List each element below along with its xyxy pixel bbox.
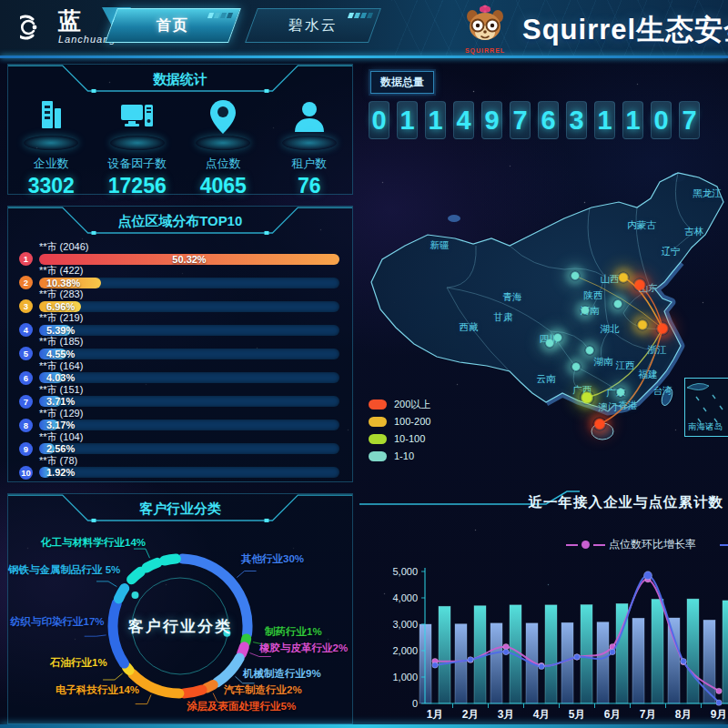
top10-bar-list: **市 (2046)150.32%**市 (422)210.38%**市 (28… [19,241,339,478]
bar-enterprise [561,622,573,703]
top10-panel-header: 点位区域分布TOP10 [8,207,352,238]
location-pin-icon [207,97,239,139]
bar-sites [652,599,663,703]
stat-value: 3302 [28,174,75,198]
month-label: 6月 [604,708,622,721]
top10-row: **市 (151)73.71% [19,384,339,407]
donut-segment [127,667,130,670]
footer-divider [0,724,728,728]
top10-bar-line: 210.38% [19,277,339,288]
bar-percent-label: 3.71% [46,396,75,407]
line-point [716,688,722,693]
top10-row: **市 (283)36.96% [19,288,339,311]
bar-percent-label: 6.96% [46,301,75,312]
tab-home-label: 首页 [157,16,189,35]
south-china-sea-inset: 南海诸岛 [684,378,728,437]
tab-bishuiyun[interactable]: 碧水云 [245,8,381,43]
bar-track: 4.03% [39,372,339,383]
donut-segment [184,690,202,693]
legend-label: 1-10 [394,450,414,461]
stat-label: 租户数 [291,156,327,172]
line-point [432,662,438,668]
industry-panel: 客户行业分类 其他行业30%制药行业1%橡胶与皮革行业2%机械制造行业9%汽车制… [7,493,353,724]
top10-row: **市 (164)64.03% [19,360,339,383]
donut-label: 其他行业30% [241,552,304,566]
line-point [574,654,580,660]
rank-badge: 7 [19,395,33,409]
map-marker-teal[interactable] [616,388,626,398]
province-label: 浙江 [648,344,667,357]
bar-enterprise [703,620,715,703]
map-marker-red[interactable] [593,418,607,431]
legend-swatch [369,451,387,461]
counter-digit: 0 [369,101,389,139]
province-label: 西藏 [460,321,479,334]
sea-inset-label: 南海诸岛 [688,421,723,433]
bar-percent-label: 10.38% [46,278,80,288]
province-label: 辽宁 [662,246,681,258]
counter-digit: 6 [538,101,559,139]
counter-digit: 4 [453,101,474,139]
province-label: 新疆 [430,239,450,252]
map-legend-item: 1-10 [369,450,430,461]
top10-row: **市 (129)83.17% [19,408,339,430]
tab-pixel-decoration [207,13,233,18]
map-marker-red[interactable] [633,278,647,292]
map-marker-teal[interactable] [585,346,595,356]
stat-device-factors: 设备因子数 17256 [96,97,179,198]
map-area: 新疆甘肃青海西藏内蒙古黑龙江吉林辽宁山西陕西河南山东湖北四川云南湖南江西浙江福建… [359,58,728,482]
donut-segment [246,639,247,642]
map-marker-yellow[interactable] [637,319,649,331]
icon-base-glow [110,136,165,150]
map-marker-teal[interactable] [571,271,581,281]
province-label: 黑龙江 [693,187,722,200]
top10-bar-label: **市 (151) [39,384,339,395]
map-marker-teal[interactable] [581,306,591,316]
map-marker-teal[interactable] [545,339,555,349]
legend-swatch [369,417,387,427]
top10-panel-title: 点位区域分布TOP10 [118,213,242,229]
map-marker-red[interactable] [656,322,670,336]
donut-segment [217,658,240,682]
month-label: 7月 [640,708,657,721]
counter-digit: 3 [566,101,587,139]
line-point [539,663,544,669]
province-label: 山西 [601,273,620,286]
rank-badge: 3 [19,299,33,313]
bar-track: 10.38% [39,278,339,288]
donut-label: 机械制造行业9% [243,667,321,681]
top10-bar-line: 73.71% [19,396,339,408]
map-marker-teal[interactable] [613,299,623,309]
bar-percent-label: 1.92% [46,467,75,478]
top10-bar-line: 54.55% [19,348,339,359]
icon-base-glow [196,136,250,150]
bar-percent-label: 4.55% [46,349,75,359]
stat-label: 设备因子数 [107,156,167,172]
dashboard: 蓝 创 Lanchuang 首页 碧水云 [0,0,728,728]
counter-digit: 7 [510,101,531,139]
bar-track: 6.96% [39,301,339,312]
soundwave-logo-icon [20,10,51,45]
legend-label: 10-100 [394,433,425,444]
top10-panel: 点位区域分布TOP10 **市 (2046)150.32%**市 (422)21… [7,206,353,482]
map-marker-teal[interactable] [571,362,581,372]
province-label: 吉林 [685,226,704,238]
stat-label: 点位数 [206,156,241,172]
rank-badge: 5 [19,347,33,360]
top10-bar-label: **市 (164) [39,360,339,371]
top10-row: **市 (422)210.38% [19,265,339,288]
bar-sites [581,605,592,703]
stat-value: 76 [298,174,321,198]
rank-badge: 1 [19,252,33,266]
tab-home[interactable]: 首页 [105,8,241,43]
y-axis-tick-label: 2,000 [392,645,418,656]
bar-enterprise [490,623,502,703]
map-marker-yellow[interactable] [618,272,630,284]
bar-enterprise [455,624,467,703]
counter-digit: 1 [425,101,446,139]
top10-bar-label: **市 (283) [39,288,339,299]
province-label: 湖北 [601,323,620,336]
bar-enterprise [632,618,644,703]
top10-bar-label: **市 (185) [39,336,339,347]
map-marker-green[interactable] [580,390,594,405]
